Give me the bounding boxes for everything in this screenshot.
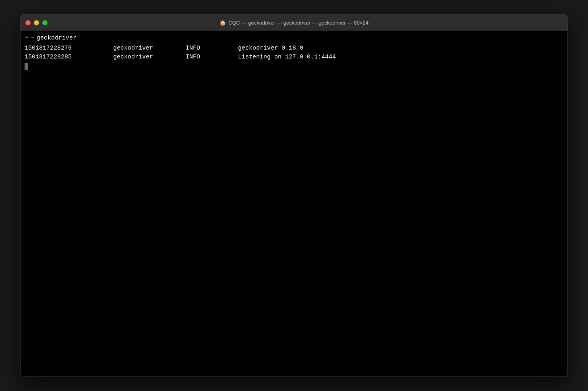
log-source-1: geckodriver	[113, 44, 186, 53]
minimize-button[interactable]	[34, 20, 39, 25]
maximize-button[interactable]	[42, 20, 48, 25]
window-title: 🏠 CQC — geckodriver — geckodriver — geck…	[219, 20, 369, 26]
terminal-body[interactable]: ➜ ~ geckodriver 1501817228279 geckodrive…	[21, 31, 567, 376]
log-source-2: geckodriver	[113, 53, 186, 62]
cursor	[25, 63, 28, 70]
title-text: CQC — geckodriver — geckodriver — geckod…	[228, 20, 369, 26]
log-line-1: 1501817228279 geckodriver INFO geckodriv…	[25, 44, 563, 53]
home-icon: 🏠	[219, 20, 226, 26]
prompt-tilde: ~	[31, 34, 34, 43]
log-timestamp-2: 1501817228285	[25, 53, 113, 62]
prompt-arrow: ➜	[25, 34, 28, 43]
prompt-directory: geckodriver	[37, 34, 77, 43]
traffic-lights	[25, 20, 48, 25]
log-message-2: Listening on 127.0.0.1:4444	[238, 53, 336, 62]
close-button[interactable]	[25, 20, 31, 25]
log-timestamp-1: 1501817228279	[25, 44, 113, 53]
log-line-2: 1501817228285 geckodriver INFO Listening…	[25, 53, 563, 62]
log-level-2: INFO	[186, 53, 238, 62]
prompt-line: ➜ ~ geckodriver	[25, 34, 563, 43]
log-level-1: INFO	[186, 44, 238, 53]
cursor-line	[25, 63, 563, 70]
log-message-1: geckodriver 0.18.0	[238, 44, 303, 53]
terminal-window: 🏠 CQC — geckodriver — geckodriver — geck…	[20, 14, 568, 377]
titlebar: 🏠 CQC — geckodriver — geckodriver — geck…	[21, 15, 567, 31]
